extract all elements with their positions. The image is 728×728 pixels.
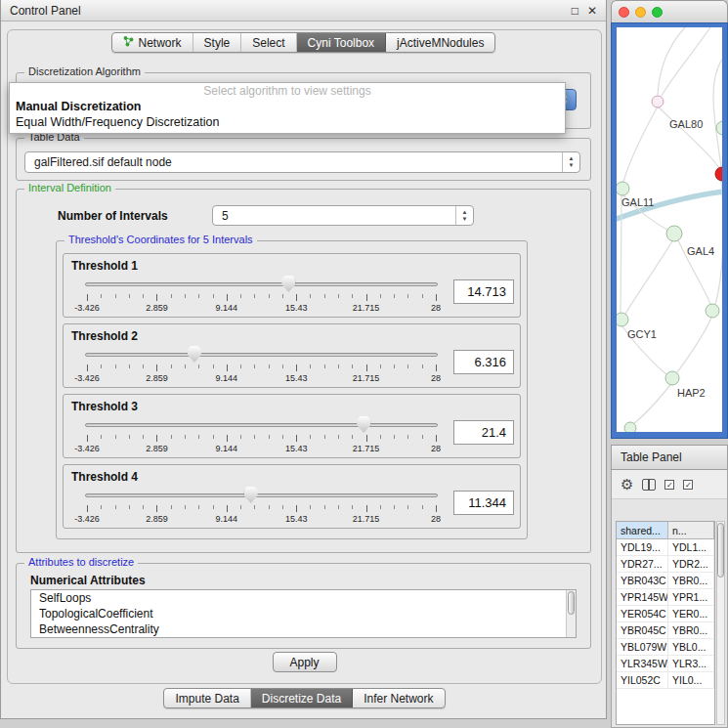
threshold-slider[interactable]: -3.4262.8599.14415.4321.71528 (85, 416, 438, 455)
zoom-button[interactable] (652, 7, 663, 18)
network-canvas[interactable]: GAL80GAL11GAL4GCY1HAP2 (617, 27, 722, 432)
slider-thumb[interactable] (244, 487, 258, 503)
threshold-value-field[interactable]: 21.4 (453, 420, 514, 445)
columns-icon[interactable] (642, 479, 656, 491)
network-edge[interactable] (677, 318, 711, 372)
network-edge[interactable] (621, 195, 621, 312)
slider-track (85, 423, 438, 427)
tab-network[interactable]: Network (112, 33, 193, 52)
network-node-hap2[interactable] (665, 371, 679, 385)
network-node-gal4[interactable] (666, 226, 682, 241)
threshold-label: Threshold 4 (71, 470, 138, 484)
tab-jactivemnodules[interactable]: jActiveMNodules (386, 33, 494, 52)
table-scrollbar-thumb[interactable] (717, 523, 724, 578)
tick-mark (198, 364, 199, 368)
tick-mark (240, 505, 241, 509)
minimize-button[interactable] (635, 7, 646, 18)
table-row[interactable]: YBR045CYBR0... (617, 622, 714, 639)
threshold-value-field[interactable]: 11.344 (453, 491, 514, 515)
attribute-item-topologicalcoefficient[interactable]: TopologicalCoefficient (31, 606, 576, 621)
network-node[interactable] (652, 96, 664, 107)
network-node[interactable] (715, 167, 722, 181)
slider-scale: -3.4262.8599.14415.4321.71528 (87, 303, 436, 314)
select-all-checkbox-icon[interactable] (664, 480, 674, 490)
network-edge[interactable] (623, 107, 658, 182)
close-window-icon[interactable]: ✕ (587, 5, 597, 17)
float-window-icon[interactable]: □ (572, 5, 578, 17)
scale-label: 28 (431, 514, 441, 524)
list-scrollbar[interactable] (566, 590, 576, 637)
tick-mark (380, 435, 381, 439)
numerical-attributes-list[interactable]: SelfLoopsTopologicalCoefficientBetweenne… (30, 589, 577, 638)
slider-ticks (87, 505, 436, 513)
table-row[interactable]: YBR043CYBR0... (617, 573, 714, 589)
table-row[interactable]: YPR145WYPR1... (617, 589, 714, 606)
select-none-checkbox-icon[interactable] (683, 480, 693, 490)
node-attribute-table[interactable]: shared...n... YDL19...YDL1...YDR27...YDR… (616, 521, 715, 725)
table-header-row: shared...n... (617, 522, 714, 539)
combobox-stepper-icon[interactable] (455, 206, 473, 225)
combobox-stepper-icon[interactable] (562, 152, 579, 172)
threshold-panel-threshold-2: Threshold 2-3.4262.8599.14415.4321.71528… (63, 323, 521, 388)
threshold-value-field[interactable]: 6.316 (453, 350, 514, 374)
tab-style[interactable]: Style (193, 33, 242, 52)
table-scrollbar[interactable] (716, 521, 725, 725)
tick-mark (366, 435, 367, 442)
network-node-gcy1[interactable] (617, 313, 628, 326)
network-edge[interactable] (658, 107, 719, 168)
apply-button[interactable]: Apply (273, 652, 337, 672)
table-row[interactable]: YIL052CYIL0... (617, 672, 714, 689)
table-row[interactable]: YDL19...YDL1... (617, 539, 714, 556)
number-of-intervals-combobox[interactable]: 5 (212, 205, 474, 226)
network-edge[interactable] (658, 27, 685, 95)
threshold-slider[interactable]: -3.4262.8599.14415.4321.71528 (85, 276, 438, 315)
attribute-item-betweennesscentrality[interactable]: BetweennessCentrality (31, 621, 576, 637)
slider-thumb[interactable] (281, 276, 295, 292)
scale-label: 15.43 (285, 373, 308, 383)
column-header-n-[interactable]: n... (668, 522, 714, 538)
settings-gear-icon[interactable] (621, 476, 633, 493)
column-header-shared-[interactable]: shared... (617, 522, 668, 538)
tick-mark (129, 364, 130, 368)
tick-mark (227, 294, 228, 301)
table-row[interactable]: YLR345WYLR3... (617, 656, 714, 672)
threshold-value-field[interactable]: 14.713 (453, 279, 514, 304)
tick-mark (171, 435, 172, 439)
table-row[interactable]: YER054CYER0... (617, 606, 714, 622)
attribute-item-selfloops[interactable]: SelfLoops (31, 590, 576, 606)
network-node[interactable] (624, 422, 636, 432)
table-row[interactable]: YBL079WYBL0... (617, 639, 714, 656)
table-data-combobox[interactable]: galFiltered.sif default node (24, 151, 580, 173)
network-edge[interactable] (633, 385, 670, 424)
scale-label: 9.144 (216, 303, 238, 313)
network-edge[interactable] (625, 241, 672, 314)
dropdown-option-equal-width-frequency-discretization[interactable]: Equal Width/Frequency Discretization (10, 114, 565, 130)
tab-discretize-data[interactable]: Discretize Data (251, 689, 353, 707)
node-label-hap2: HAP2 (677, 387, 706, 399)
threshold-slider[interactable]: -3.4262.8599.14415.4321.71528 (85, 346, 438, 385)
list-scrollbar-thumb[interactable] (568, 591, 575, 615)
slider-thumb[interactable] (357, 416, 370, 433)
tick-mark (269, 505, 270, 509)
tick-mark (422, 364, 423, 368)
network-node[interactable] (706, 304, 719, 318)
tick-mark (185, 435, 186, 439)
network-edge[interactable] (713, 57, 722, 166)
network-graph[interactable]: GAL80GAL11GAL4GCY1HAP2 (617, 27, 722, 432)
threshold-slider[interactable]: -3.4262.8599.14415.4321.71528 (85, 487, 438, 526)
slider-thumb[interactable] (188, 346, 201, 363)
network-edge[interactable] (715, 181, 722, 305)
table-row[interactable]: YDR27...YDR2... (617, 556, 714, 573)
tick-mark (380, 364, 381, 368)
tab-select[interactable]: Select (241, 33, 296, 52)
tab-cyni-toolbox[interactable]: Cyni Toolbox (297, 33, 386, 52)
scale-label: -3.426 (74, 514, 100, 524)
network-edge[interactable] (662, 27, 710, 96)
network-node-gal11[interactable] (617, 182, 629, 195)
tab-impute-data[interactable]: Impute Data (164, 689, 250, 707)
tab-infer-network[interactable]: Infer Network (353, 689, 444, 707)
close-button[interactable] (619, 7, 629, 18)
tick-mark (310, 294, 311, 298)
network-node-gal80[interactable] (716, 121, 722, 135)
dropdown-option-manual-discretization[interactable]: Manual Discretization (10, 99, 565, 114)
